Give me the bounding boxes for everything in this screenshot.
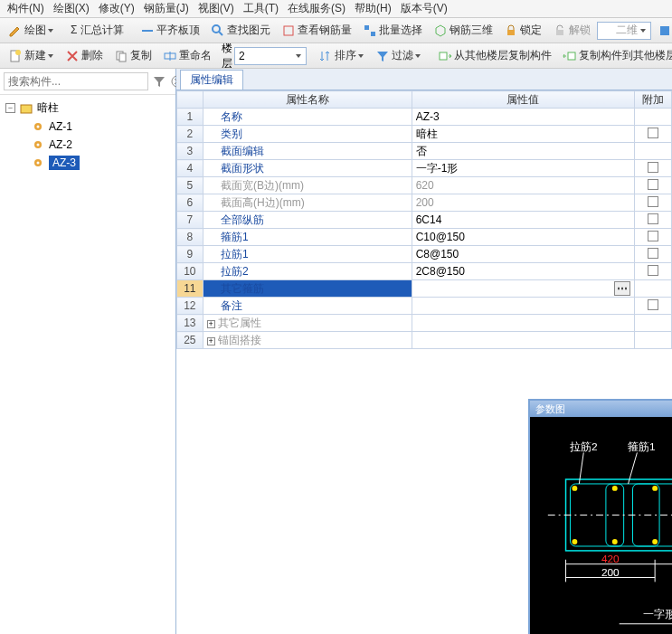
property-name-cell[interactable]: 备注 xyxy=(203,298,412,315)
table-row[interactable]: 8 箍筋1C10@150 xyxy=(177,229,672,246)
table-row[interactable]: 6 截面高(H边)(mm)200 xyxy=(177,194,672,212)
property-name-cell[interactable]: 全部纵筋 xyxy=(203,212,412,229)
property-value-cell[interactable]: 6C14 xyxy=(412,212,634,229)
table-row[interactable]: 1 名称AZ-3 xyxy=(177,109,672,126)
extra-cell[interactable] xyxy=(634,246,671,263)
table-row[interactable]: 5 截面宽(B边)(mm)620 xyxy=(177,177,672,194)
menu-item[interactable]: 修改(Y) xyxy=(95,1,138,16)
extra-cell[interactable] xyxy=(634,280,671,298)
extra-cell[interactable] xyxy=(634,298,671,315)
property-value-cell[interactable]: 否 xyxy=(412,143,634,160)
extra-cell[interactable] xyxy=(634,160,671,177)
extra-cell[interactable] xyxy=(634,263,671,280)
unlock-button[interactable]: 解锁 xyxy=(548,21,595,40)
table-row[interactable]: 12 备注 xyxy=(177,298,672,315)
filter-button[interactable]: 过滤 xyxy=(371,46,426,65)
rename-button[interactable]: 重命名 xyxy=(158,46,216,65)
property-value-cell[interactable] xyxy=(412,315,634,332)
checkbox[interactable] xyxy=(648,213,658,224)
property-name-cell[interactable]: 截面高(H边)(mm) xyxy=(203,194,412,212)
flat-button[interactable]: 平齐板顶 xyxy=(136,21,204,40)
find-elem-button[interactable]: 查找图元 xyxy=(206,21,275,40)
table-row[interactable]: 4 截面形状一字-1形 xyxy=(177,160,672,177)
property-value-cell[interactable]: ⋯ xyxy=(412,280,634,298)
menu-item[interactable]: 钢筋量(J) xyxy=(140,1,193,16)
property-name-cell[interactable]: 截面编辑 xyxy=(203,143,412,160)
tab-property-edit[interactable]: 属性编辑 xyxy=(180,70,243,90)
property-name-cell[interactable]: 拉筋2 xyxy=(203,263,412,280)
extra-cell[interactable] xyxy=(634,177,671,194)
copy-from-button[interactable]: 从其他楼层复制构件 xyxy=(433,46,556,65)
menu-item[interactable]: 构件(N) xyxy=(4,1,48,16)
delete-button[interactable]: 删除 xyxy=(61,46,108,65)
collapse-icon[interactable]: − xyxy=(5,103,15,113)
property-name-cell[interactable]: 其它箍筋 xyxy=(203,280,412,298)
property-value-cell[interactable]: 200 xyxy=(412,194,634,212)
checkbox[interactable] xyxy=(648,196,658,207)
property-value-cell[interactable] xyxy=(412,332,634,349)
property-value-cell[interactable] xyxy=(412,298,634,315)
table-row[interactable]: 3 截面编辑否 xyxy=(177,143,672,160)
property-value-cell[interactable]: 一字-1形 xyxy=(412,160,634,177)
tree-root[interactable]: − 暗柱 xyxy=(4,99,172,118)
floor-combo[interactable]: 2 xyxy=(234,47,307,65)
table-row[interactable]: 7 全部纵筋6C14 xyxy=(177,212,672,229)
view-button[interactable]: 俯视 xyxy=(653,21,672,40)
menu-item[interactable]: 帮助(H) xyxy=(351,1,395,16)
extra-cell[interactable] xyxy=(634,143,671,160)
checkbox[interactable] xyxy=(648,179,658,190)
view-rebar-button[interactable]: 查看钢筋量 xyxy=(277,21,356,40)
dimension-combo[interactable]: 二维 xyxy=(597,22,651,40)
property-value-cell[interactable]: 2C8@150 xyxy=(412,263,634,280)
property-name-cell[interactable]: 类别 xyxy=(203,126,412,143)
extra-cell[interactable] xyxy=(634,332,671,349)
property-name-cell[interactable]: 截面形状 xyxy=(203,160,412,177)
extra-cell[interactable] xyxy=(634,212,671,229)
checkbox[interactable] xyxy=(648,299,658,310)
filter-icon[interactable] xyxy=(152,74,166,89)
menu-item[interactable]: 工具(T) xyxy=(240,1,282,16)
table-row[interactable]: 9 拉筋1C8@150 xyxy=(177,246,672,263)
sort-button[interactable]: 排序 xyxy=(314,46,369,65)
expand-icon[interactable]: + xyxy=(207,337,215,345)
property-value-cell[interactable]: C8@150 xyxy=(412,246,634,263)
menu-item[interactable]: 版本号(V) xyxy=(397,1,451,16)
property-value-cell[interactable]: AZ-3 xyxy=(412,109,634,126)
lock-button[interactable]: 锁定 xyxy=(499,21,546,40)
extra-cell[interactable] xyxy=(634,229,671,246)
sum-button[interactable]: Σ 汇总计算 xyxy=(66,21,128,40)
checkbox[interactable] xyxy=(648,265,658,276)
table-row[interactable]: 10 拉筋22C8@150 xyxy=(177,263,672,280)
property-name-cell[interactable]: 截面宽(B边)(mm) xyxy=(203,177,412,194)
copy-button[interactable]: 复制 xyxy=(109,46,156,65)
property-value-cell[interactable]: C10@150 xyxy=(412,229,634,246)
property-value-cell[interactable]: 620 xyxy=(412,177,634,194)
extra-cell[interactable] xyxy=(634,126,671,143)
extra-cell[interactable] xyxy=(634,315,671,332)
table-row[interactable]: 25+ 锚固搭接 xyxy=(177,332,672,349)
checkbox[interactable] xyxy=(648,162,658,173)
copy-to-button[interactable]: 复制构件到其他楼层 xyxy=(558,46,672,65)
tree-item-selected[interactable]: AZ-3 xyxy=(4,154,172,172)
checkbox[interactable] xyxy=(648,128,658,138)
rebar-3d-button[interactable]: 钢筋三维 xyxy=(429,21,497,40)
extra-cell[interactable] xyxy=(634,194,671,212)
search-input[interactable] xyxy=(4,72,148,90)
expand-icon[interactable]: + xyxy=(207,320,215,328)
table-row[interactable]: 11 其它箍筋⋯ xyxy=(177,280,672,298)
tree-item[interactable]: AZ-1 xyxy=(4,118,172,136)
extra-cell[interactable] xyxy=(634,109,671,126)
property-name-cell[interactable]: + 锚固搭接 xyxy=(203,332,412,349)
preview-window[interactable]: 参数图 拉筋2 箍筋1 拉筋1 xyxy=(528,399,672,634)
property-name-cell[interactable]: 拉筋1 xyxy=(203,246,412,263)
table-row[interactable]: 13+ 其它属性 xyxy=(177,315,672,332)
property-name-cell[interactable]: 名称 xyxy=(203,109,412,126)
property-name-cell[interactable]: 箍筋1 xyxy=(203,229,412,246)
property-value-cell[interactable]: 暗柱 xyxy=(412,126,634,143)
checkbox[interactable] xyxy=(648,231,658,241)
draw-button[interactable]: 绘图 xyxy=(4,21,59,40)
menu-item[interactable]: 绘图(X) xyxy=(50,1,93,16)
table-row[interactable]: 2 类别暗柱 xyxy=(177,126,672,143)
property-name-cell[interactable]: + 其它属性 xyxy=(203,315,412,332)
ellipsis-button[interactable]: ⋯ xyxy=(614,281,630,296)
